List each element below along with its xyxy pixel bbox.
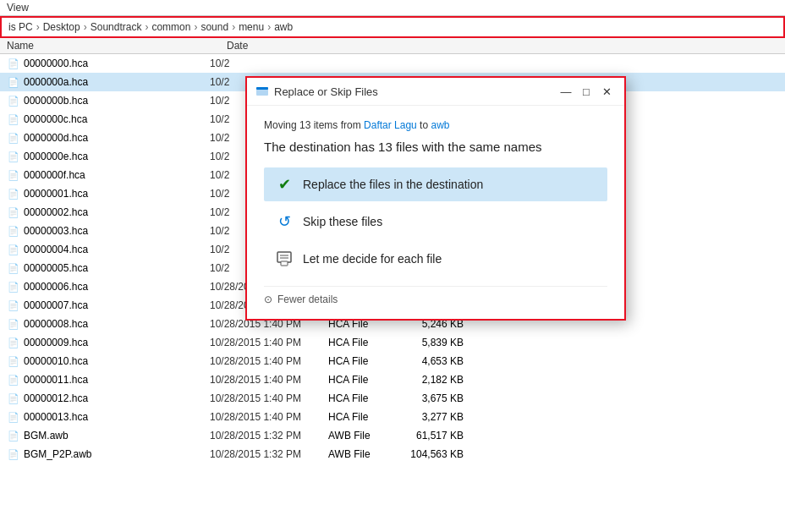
chevron-up-icon: ⊙	[264, 293, 272, 305]
option-replace-text: Replace the files in the destination	[303, 178, 483, 191]
breadcrumb-common[interactable]: common	[151, 21, 190, 33]
option-skip[interactable]: ↺ Skip these files	[264, 205, 607, 239]
destination-label: awb	[431, 119, 449, 131]
fewer-details-button[interactable]: ⊙ Fewer details	[264, 286, 607, 305]
option-replace[interactable]: ✔ Replace the files in the destination	[264, 167, 607, 201]
file-icon: 📄	[7, 206, 20, 219]
file-icon: 📄	[7, 299, 20, 312]
fewer-details-label: Fewer details	[277, 293, 338, 305]
file-icon: 📄	[7, 243, 20, 256]
menu-bar: View	[0, 0, 785, 16]
main-container: View is PC › Desktop › Soundtrack › comm…	[0, 0, 785, 532]
breadcrumb-bar: is PC › Desktop › Soundtrack › common › …	[0, 16, 785, 38]
file-icon: 📄	[7, 150, 20, 163]
option-skip-text: Skip these files	[303, 215, 382, 228]
sep0: ›	[36, 21, 40, 33]
replace-icon: ✔	[274, 174, 294, 195]
file-icon: 📄	[7, 187, 20, 200]
file-icon: 📄	[7, 317, 20, 331]
file-icon: 📄	[7, 131, 20, 145]
svg-rect-2	[277, 252, 291, 262]
file-icon: 📄	[7, 112, 20, 126]
file-icon: 📄	[7, 336, 20, 349]
table-row[interactable]: 📄 00000010.hca 10/28/2015 1:40 PM HCA Fi…	[0, 352, 785, 370]
dialog-window-icon	[255, 85, 269, 98]
dialog-title-left: Replace or Skip Files	[255, 85, 378, 98]
dialog-titlebar: Replace or Skip Files — □ ✕	[247, 78, 624, 106]
file-icon: 📄	[7, 94, 20, 107]
maximize-button[interactable]: □	[577, 83, 596, 100]
breadcrumb-awb[interactable]: awb	[274, 21, 293, 33]
svg-rect-5	[281, 261, 288, 266]
file-icon: 📄	[7, 57, 20, 70]
subtitle-prefix: Moving 13 items from	[264, 119, 361, 131]
table-row[interactable]: 📄 00000012.hca 10/28/2015 1:40 PM HCA Fi…	[0, 389, 785, 408]
file-list-header: Name Date	[0, 38, 785, 54]
col-header-name[interactable]: Name	[7, 40, 227, 52]
option-decide[interactable]: Let me decide for each file	[264, 242, 607, 276]
file-icon: 📄	[7, 224, 20, 238]
minimize-button[interactable]: —	[557, 83, 575, 100]
breadcrumb-menu[interactable]: menu	[239, 21, 264, 33]
table-row[interactable]: 📄 00000000.hca 10/2	[0, 54, 785, 73]
table-row[interactable]: 📄 BGM_P2P.awb 10/28/2015 1:32 PM AWB Fil…	[0, 445, 785, 463]
subtitle-to: to	[420, 119, 428, 131]
file-icon: 📄	[7, 410, 20, 424]
breadcrumb-pc: is PC	[8, 21, 33, 33]
breadcrumb-sound[interactable]: sound	[200, 21, 228, 33]
table-row[interactable]: 📄 BGM.awb 10/28/2015 1:32 PM AWB File 61…	[0, 426, 785, 445]
decide-icon	[274, 249, 294, 269]
source-link[interactable]: Daftar Lagu	[364, 119, 417, 131]
table-row[interactable]: 📄 00000013.hca 10/28/2015 1:40 PM HCA Fi…	[0, 408, 785, 426]
file-icon: 📄	[7, 392, 20, 405]
breadcrumb-desktop[interactable]: Desktop	[43, 21, 80, 33]
dialog-subtitle: Moving 13 items from Daftar Lagu to awb	[264, 119, 607, 131]
file-icon: 📄	[7, 261, 20, 275]
dialog-controls: — □ ✕	[557, 83, 616, 100]
breadcrumb-soundtrack[interactable]: Soundtrack	[91, 21, 142, 33]
skip-icon: ↺	[274, 211, 294, 232]
file-icon: 📄	[7, 75, 20, 89]
svg-rect-1	[256, 87, 268, 90]
table-row[interactable]: 📄 00000011.hca 10/28/2015 1:40 PM HCA Fi…	[0, 370, 785, 389]
close-button[interactable]: ✕	[597, 83, 616, 100]
view-menu[interactable]: View	[7, 2, 29, 14]
dialog-description: The destination has 13 files with the sa…	[264, 140, 607, 154]
file-icon: 📄	[7, 280, 20, 293]
replace-skip-dialog: Replace or Skip Files — □ ✕ Moving 13 it…	[245, 76, 626, 321]
dialog-body: Moving 13 items from Daftar Lagu to awb …	[247, 106, 624, 319]
col-header-date[interactable]: Date	[227, 40, 778, 52]
file-icon: 📄	[7, 354, 20, 368]
table-row[interactable]: 📄 00000009.hca 10/28/2015 1:40 PM HCA Fi…	[0, 333, 785, 352]
file-icon: 📄	[7, 168, 20, 182]
file-icon: 📄	[7, 429, 20, 442]
option-decide-text: Let me decide for each file	[303, 252, 442, 266]
file-icon: 📄	[7, 447, 20, 461]
file-icon: 📄	[7, 373, 20, 387]
dialog-title-text: Replace or Skip Files	[274, 85, 378, 98]
